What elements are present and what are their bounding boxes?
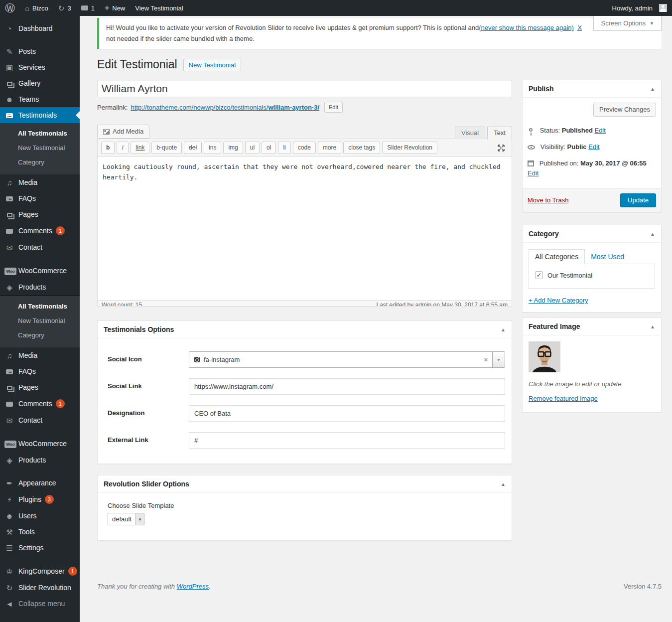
site-name-link[interactable]: ⌂ Bizco <box>20 0 53 16</box>
slide-template-select[interactable]: default ▾ <box>108 513 144 525</box>
collapse-toggle-icon[interactable]: ▲ <box>650 231 655 237</box>
view-testimonial-link[interactable]: View Testimonial <box>130 0 188 16</box>
sidebar-item-services[interactable]: ▣Services <box>0 59 80 75</box>
sidebar-item-woocommerce[interactable]: WooWooCommerce <box>0 262 80 279</box>
italic-button[interactable]: i <box>117 142 129 154</box>
clear-selection-icon[interactable]: × <box>479 356 492 363</box>
sidebar-item-posts[interactable]: ✎Posts <box>0 43 80 59</box>
close-tags-button[interactable]: close tags <box>343 142 380 154</box>
sidebar-item-comments[interactable]: Comments1 <box>0 395 80 412</box>
publish-header[interactable]: Publish ▲ <box>523 80 661 98</box>
collapse-toggle-icon[interactable]: ▲ <box>501 327 506 332</box>
sidebar-item-pages[interactable]: Pages <box>0 206 80 222</box>
collapse-toggle-icon[interactable]: ▲ <box>650 86 655 92</box>
sidebar-item-all-testimonials[interactable]: All Testimonials <box>0 126 80 141</box>
sidebar-item-contact[interactable]: ✉Contact <box>0 239 80 255</box>
sidebar-item-comments[interactable]: Comments1 <box>0 222 80 239</box>
tab-most-used[interactable]: Most Used <box>591 253 624 261</box>
sidebar-item-users[interactable]: ☻Users <box>0 508 80 524</box>
social-icon-select[interactable]: fa-instagram × ▾ <box>189 351 505 368</box>
featured-image-header[interactable]: Featured Image ▲ <box>523 318 661 335</box>
wordpress-link[interactable]: WordPress <box>177 583 209 590</box>
blockquote-button[interactable]: b-quote <box>151 142 182 154</box>
bold-button[interactable]: b <box>101 142 115 154</box>
testimonials-options-header[interactable]: Testimonials Options ▲ <box>98 321 512 338</box>
wordpress-menu[interactable]: Ⓦ <box>0 0 20 16</box>
screen-options-button[interactable]: Screen Options ▼ <box>593 16 662 31</box>
dropdown-arrow-icon[interactable]: ▾ <box>492 352 505 367</box>
dismiss-notice-link[interactable]: X <box>577 24 582 31</box>
sidebar-item-new-testimonial[interactable]: New Testimonial <box>0 313 80 328</box>
edit-permalink-button[interactable]: Edit <box>324 102 343 113</box>
tab-text[interactable]: Text <box>487 127 512 139</box>
updates-link[interactable]: ↻ 3 <box>53 0 76 16</box>
sidebar-item-category[interactable]: Category <box>0 155 80 169</box>
del-button[interactable]: del <box>184 142 202 154</box>
category-checkbox[interactable]: ✓ <box>535 271 543 279</box>
edit-published-link[interactable]: Edit <box>528 169 538 177</box>
post-content-textarea[interactable]: Looking cautiously round, ascertain that… <box>98 157 512 300</box>
preview-changes-button[interactable]: Preview Changes <box>593 103 656 117</box>
edit-visibility-link[interactable]: Edit <box>588 143 599 151</box>
external-link-input[interactable] <box>189 432 505 449</box>
sidebar-item-slider-revolution[interactable]: ↻Slider Revolution <box>0 580 80 596</box>
sidebar-item-category[interactable]: Category <box>0 328 80 342</box>
featured-image-thumbnail[interactable] <box>529 341 560 372</box>
img-button[interactable]: img <box>223 142 243 154</box>
sidebar-item-dashboard[interactable]: ◔Dashboard <box>0 20 80 36</box>
collapse-toggle-icon[interactable]: ▲ <box>650 324 655 329</box>
permalink-link[interactable]: http://tonatheme.com/newwp/bizco/testimo… <box>131 104 319 111</box>
sidebar-item-all-testimonials[interactable]: All Testimonials <box>0 299 80 313</box>
sidebar-item-appearance[interactable]: ✒Appearance <box>0 475 80 491</box>
sidebar-item-faqs[interactable]: FAQs <box>0 190 80 206</box>
li-button[interactable]: li <box>278 142 290 154</box>
sidebar-item-media[interactable]: ♫Media <box>0 174 80 190</box>
sidebar-item-new-testimonial[interactable]: New Testimonial <box>0 141 80 155</box>
sidebar-item-testimonials[interactable]: Testimonials <box>0 107 80 123</box>
sidebar-item-products[interactable]: ◈Products <box>0 452 80 468</box>
code-button[interactable]: code <box>293 142 316 154</box>
update-button[interactable]: Update <box>620 193 656 207</box>
fullscreen-button[interactable] <box>497 144 505 152</box>
sidebar-item-gallery[interactable]: Gallery <box>0 75 80 91</box>
remove-featured-image-link[interactable]: Remove featured image <box>529 395 598 402</box>
sidebar-item-plugins[interactable]: ⚡Plugins3 <box>0 491 80 508</box>
more-button[interactable]: more <box>318 142 341 154</box>
category-header[interactable]: Category ▲ <box>523 225 661 243</box>
sidebar-item-products[interactable]: ◈Products <box>0 279 80 295</box>
sidebar-item-teams[interactable]: ☻Teams <box>0 91 80 107</box>
sidebar-item-faqs[interactable]: FAQs <box>0 363 80 379</box>
slider-revolution-button[interactable]: Slider Revolution <box>382 142 437 154</box>
designation-input[interactable] <box>189 405 505 422</box>
comment-bubble-icon <box>81 5 88 10</box>
new-testimonial-button[interactable]: New Testimonial <box>183 59 241 71</box>
add-media-button[interactable]: Add Media <box>97 125 149 139</box>
ul-button[interactable]: ul <box>245 142 260 154</box>
my-account-menu[interactable]: Howdy, admin <box>607 0 672 16</box>
revolution-slider-options-header[interactable]: Revolution Slider Options ▲ <box>98 475 512 493</box>
move-to-trash-link[interactable]: Move to Trash <box>528 196 568 204</box>
ins-button[interactable]: ins <box>204 142 221 154</box>
post-title-input[interactable] <box>97 80 512 97</box>
new-content-menu[interactable]: + New <box>100 0 130 16</box>
sidebar-item-settings[interactable]: ☰Settings <box>0 540 80 556</box>
testimonials-options-panel: Testimonials Options ▲ Social Icon fa-in… <box>97 320 512 464</box>
tab-visual[interactable]: Visual <box>455 127 485 139</box>
collapse-menu-button[interactable]: ◄Collapse menu <box>0 596 80 612</box>
collapse-toggle-icon[interactable]: ▲ <box>501 481 506 487</box>
edit-status-link[interactable]: Edit <box>594 127 605 134</box>
sidebar-item-tools[interactable]: ⚒Tools <box>0 524 80 540</box>
tab-all-categories[interactable]: All Categories <box>529 249 585 264</box>
social-link-input[interactable] <box>189 378 505 395</box>
never-show-again-link[interactable]: (never show this message again) <box>479 24 574 31</box>
add-new-category-link[interactable]: + Add New Category <box>529 297 588 304</box>
sidebar-item-label: KingComposer <box>18 567 65 575</box>
sidebar-item-woocommerce[interactable]: WooWooCommerce <box>0 435 80 452</box>
comments-link[interactable]: 1 <box>76 0 100 16</box>
sidebar-item-contact[interactable]: ✉Contact <box>0 412 80 428</box>
sidebar-item-pages[interactable]: Pages <box>0 379 80 395</box>
link-button[interactable]: link <box>131 142 149 154</box>
ol-button[interactable]: ol <box>262 142 276 154</box>
sidebar-item-kingcomposer[interactable]: ♔KingComposer1 <box>0 563 80 580</box>
sidebar-item-media[interactable]: ♫Media <box>0 347 80 363</box>
